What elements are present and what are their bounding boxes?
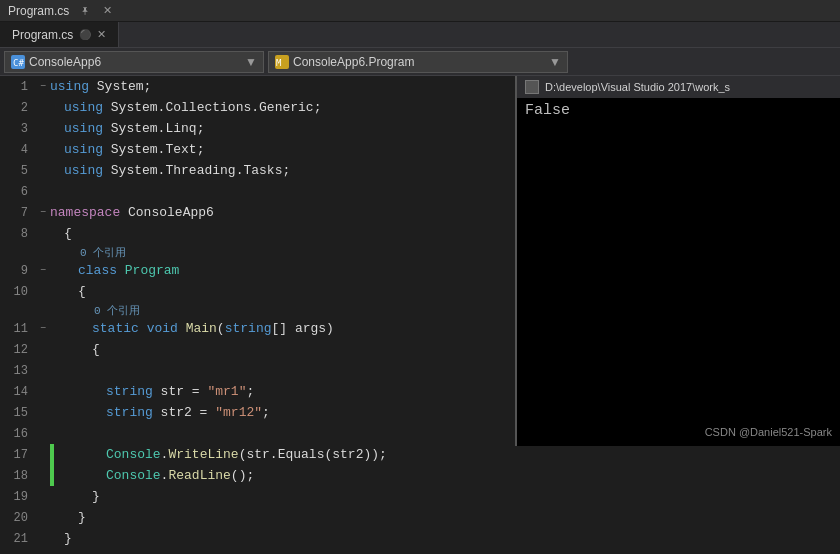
collapse-spacer <box>36 101 50 115</box>
svg-text:C#: C# <box>13 58 24 68</box>
nav-bar: C# ConsoleApp6 ▼ M ConsoleApp6.Program ▼ <box>0 48 840 76</box>
line-number: 8 <box>0 227 36 241</box>
chevron-down-icon: ▼ <box>245 55 257 69</box>
member-dropdown-text: ConsoleApp6.Program <box>293 55 414 69</box>
close-button[interactable]: ✕ <box>100 3 115 18</box>
member-dropdown[interactable]: M ConsoleApp6.Program ▼ <box>268 51 568 73</box>
line-number: 10 <box>0 285 36 299</box>
code-line: 9−class Program <box>0 260 515 281</box>
console-title-bar: D:\develop\Visual Studio 2017\work_s <box>517 76 840 98</box>
tab-close-icon[interactable]: ✕ <box>97 28 106 41</box>
line-content: class Program <box>50 263 515 278</box>
line-number: 20 <box>0 511 36 525</box>
code-line: 17Console.WriteLine(str.Equals(str2)); <box>0 444 515 465</box>
collapse-button[interactable]: − <box>36 206 50 220</box>
pin-button[interactable]: 🖈 <box>77 4 94 18</box>
file-title: Program.cs <box>8 4 69 18</box>
collapse-spacer <box>36 185 50 199</box>
collapse-spacer <box>36 285 50 299</box>
code-line: 1−using System; <box>0 76 515 97</box>
code-line: 12{ <box>0 339 515 360</box>
svg-text:M: M <box>276 58 282 68</box>
line-content: { <box>50 284 515 299</box>
line-content: } <box>50 531 515 546</box>
collapse-spacer <box>36 406 50 420</box>
code-line: 3using System.Linq; <box>0 118 515 139</box>
line-content: } <box>50 510 515 525</box>
file-tab[interactable]: Program.cs ⚫ ✕ <box>0 22 119 47</box>
line-number: 7 <box>0 206 36 220</box>
line-number: 18 <box>0 469 36 483</box>
code-line: 8{ <box>0 223 515 244</box>
collapse-spacer <box>36 385 50 399</box>
collapse-spacer <box>36 164 50 178</box>
code-line: 15string str2 = "mr12"; <box>0 402 515 423</box>
collapse-button[interactable]: − <box>36 80 50 94</box>
line-content: string str2 = "mr12"; <box>50 405 515 420</box>
line-number: 9 <box>0 264 36 278</box>
editor-area: 1−using System;2using System.Collections… <box>0 76 840 554</box>
code-line: 7−namespace ConsoleApp6 <box>0 202 515 223</box>
cs-icon: C# <box>11 55 25 69</box>
line-number: 3 <box>0 122 36 136</box>
line-number: 19 <box>0 490 36 504</box>
line-number: 5 <box>0 164 36 178</box>
line-content: string str = "mr1"; <box>50 384 515 399</box>
code-panel[interactable]: 1−using System;2using System.Collections… <box>0 76 515 554</box>
line-number: 1 <box>0 80 36 94</box>
collapse-spacer <box>36 343 50 357</box>
code-line: 14string str = "mr1"; <box>0 381 515 402</box>
code-line: 6 <box>0 181 515 202</box>
line-content: { <box>50 226 515 241</box>
line-number: 6 <box>0 185 36 199</box>
console-title-text: D:\develop\Visual Studio 2017\work_s <box>545 81 730 93</box>
title-bar: Program.cs 🖈 ✕ <box>0 0 840 22</box>
collapse-spacer <box>36 122 50 136</box>
line-content: } <box>50 489 515 504</box>
code-line: 5using System.Threading.Tasks; <box>0 160 515 181</box>
modified-indicator <box>50 444 54 465</box>
collapse-spacer <box>36 532 50 546</box>
line-number: 14 <box>0 385 36 399</box>
code-line: 18Console.ReadLine(); <box>0 465 515 486</box>
collapse-spacer <box>36 143 50 157</box>
reference-hint: 0 个引用 <box>0 244 515 260</box>
code-line: 11−static void Main(string[] args) <box>0 318 515 339</box>
line-number: 4 <box>0 143 36 157</box>
collapse-spacer <box>36 469 50 483</box>
watermark: CSDN @Daniel521-Spark <box>705 426 832 438</box>
file-tab-row: Program.cs ⚫ ✕ <box>0 22 840 48</box>
line-content: { <box>50 342 515 357</box>
line-number: 17 <box>0 448 36 462</box>
class-dropdown[interactable]: C# ConsoleApp6 ▼ <box>4 51 264 73</box>
console-body: False <box>517 98 840 446</box>
line-content: namespace ConsoleApp6 <box>50 205 515 220</box>
file-tab-label: Program.cs <box>12 28 73 42</box>
code-line: 20} <box>0 507 515 528</box>
line-number: 21 <box>0 532 36 546</box>
code-line: 2using System.Collections.Generic; <box>0 97 515 118</box>
code-lines: 1−using System;2using System.Collections… <box>0 76 515 554</box>
line-content: using System; <box>50 79 515 94</box>
line-content: Console.ReadLine(); <box>50 468 515 483</box>
collapse-spacer <box>36 227 50 241</box>
code-line: 19} <box>0 486 515 507</box>
line-content: using System.Threading.Tasks; <box>50 163 515 178</box>
class-dropdown-text: ConsoleApp6 <box>29 55 101 69</box>
collapse-button[interactable]: − <box>36 264 50 278</box>
console-icon <box>525 80 539 94</box>
collapse-button[interactable]: − <box>36 322 50 336</box>
collapse-spacer <box>36 427 50 441</box>
line-number: 15 <box>0 406 36 420</box>
line-number: 16 <box>0 427 36 441</box>
reference-hint: 0 个引用 <box>0 302 515 318</box>
line-number: 13 <box>0 364 36 378</box>
line-content: using System.Text; <box>50 142 515 157</box>
line-number: 2 <box>0 101 36 115</box>
tab-pin-dot: ⚫ <box>79 29 91 40</box>
collapse-spacer <box>36 364 50 378</box>
code-line: 10{ <box>0 281 515 302</box>
line-content: static void Main(string[] args) <box>50 321 515 336</box>
code-line: 4using System.Text; <box>0 139 515 160</box>
collapse-spacer <box>36 448 50 462</box>
